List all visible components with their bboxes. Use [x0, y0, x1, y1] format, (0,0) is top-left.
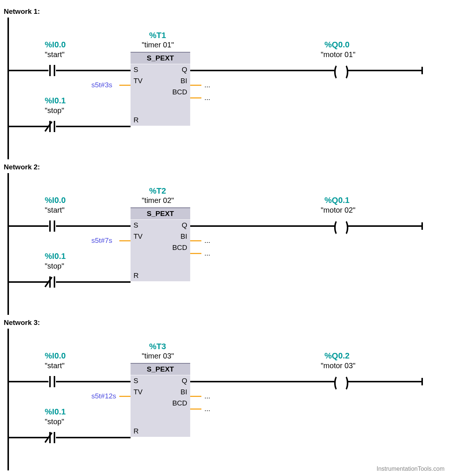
param-wire — [190, 85, 201, 86]
wire — [63, 126, 131, 127]
wire — [9, 126, 41, 127]
coil-name: "motor 02" — [321, 206, 355, 214]
nc-contact-stop — [41, 430, 63, 445]
timer-type: S_PEXT — [131, 208, 190, 220]
network: %I0.0"start"%T3"timer 03"S_PEXTSQTVBIBCD… — [4, 329, 452, 470]
unconnected-dots: ... — [204, 81, 210, 89]
nc-contact-stop — [41, 119, 63, 134]
param-wire — [119, 240, 131, 241]
pin-r: R — [134, 116, 139, 124]
param-wire — [190, 253, 201, 254]
output-coil — [328, 63, 354, 78]
power-rail — [7, 18, 9, 159]
network: %I0.0"start"%T2"timer 02"S_PEXTSQTVBIBCD… — [4, 173, 452, 315]
start-addr: %I0.0 — [45, 351, 66, 361]
wire — [190, 381, 328, 382]
nc-contact-stop — [41, 275, 63, 289]
tv-value: s5t#7s — [91, 237, 112, 245]
timer-addr: %T3 — [149, 342, 166, 351]
timer-name: "timer 02" — [142, 196, 174, 205]
pin-s: S — [134, 221, 138, 229]
start-name: "start" — [45, 361, 65, 370]
timer-name: "timer 01" — [142, 41, 174, 49]
wire — [190, 70, 328, 71]
no-contact-start — [41, 63, 63, 78]
timer-addr: %T1 — [149, 31, 166, 40]
param-wire — [190, 240, 201, 241]
coil-addr: %Q0.0 — [324, 40, 349, 50]
stop-addr: %I0.1 — [45, 251, 66, 261]
wire — [9, 381, 41, 382]
tv-value: s5t#12s — [91, 392, 116, 400]
pin-bi: BI — [181, 388, 187, 396]
wire — [63, 281, 131, 283]
output-coil — [328, 374, 354, 389]
wire — [63, 381, 131, 382]
start-name: "start" — [45, 50, 65, 59]
unconnected-dots: ... — [204, 249, 210, 257]
timer-block: S_PEXTSQTVBIBCDR — [131, 207, 190, 281]
param-wire — [119, 396, 131, 397]
start-addr: %I0.0 — [45, 195, 66, 205]
coil-addr: %Q0.2 — [324, 351, 349, 361]
wire — [354, 225, 421, 227]
wire — [63, 70, 131, 71]
no-contact-start — [41, 374, 63, 389]
timer-name: "timer 03" — [142, 352, 174, 360]
coil-addr: %Q0.1 — [324, 195, 349, 205]
stop-name: "stop" — [45, 262, 64, 270]
wire — [9, 281, 41, 283]
wire — [9, 70, 41, 71]
wire — [63, 225, 131, 227]
pin-s: S — [134, 66, 138, 74]
stop-addr: %I0.1 — [45, 407, 66, 417]
start-addr: %I0.0 — [45, 40, 66, 50]
pin-bcd: BCD — [172, 88, 187, 96]
wire — [9, 225, 41, 227]
param-wire — [119, 85, 131, 86]
timer-block: S_PEXTSQTVBIBCDR — [131, 363, 190, 437]
stop-name: "stop" — [45, 417, 64, 426]
pin-bi: BI — [181, 77, 187, 85]
stop-addr: %I0.1 — [45, 96, 66, 106]
unconnected-dots: ... — [204, 392, 210, 400]
timer-type: S_PEXT — [131, 53, 190, 64]
timer-type: S_PEXT — [131, 364, 190, 375]
pin-bi: BI — [181, 232, 187, 241]
pin-s: S — [134, 377, 138, 385]
pin-r: R — [134, 272, 139, 280]
wire — [9, 437, 41, 438]
network: %I0.0"start"%T1"timer 01"S_PEXTSQTVBIBCD… — [4, 18, 452, 159]
power-rail — [7, 329, 9, 470]
timer-addr: %T2 — [149, 186, 166, 196]
start-name: "start" — [45, 206, 65, 214]
param-wire — [190, 408, 201, 410]
rung-terminator — [421, 67, 423, 74]
unconnected-dots: ... — [204, 237, 210, 245]
no-contact-start — [41, 219, 63, 234]
pin-tv: TV — [134, 232, 142, 241]
tv-value: s5t#3s — [91, 81, 112, 89]
pin-r: R — [134, 427, 139, 435]
pin-bcd: BCD — [172, 244, 187, 252]
rung-terminator — [421, 222, 423, 230]
coil-name: "motor 01" — [321, 50, 355, 59]
pin-q: Q — [182, 377, 187, 385]
pin-q: Q — [182, 66, 187, 74]
wire — [354, 70, 421, 71]
wire — [354, 381, 421, 382]
pin-tv: TV — [134, 388, 142, 396]
pin-q: Q — [182, 221, 187, 229]
coil-name: "motor 03" — [321, 361, 355, 370]
footer-credit: InstrumentationTools.com — [377, 466, 445, 472]
wire — [63, 437, 131, 438]
power-rail — [7, 173, 9, 315]
rung-terminator — [421, 378, 423, 385]
param-wire — [190, 396, 201, 397]
network-title: Network 1: — [4, 7, 452, 16]
wire — [190, 225, 328, 227]
param-wire — [190, 97, 201, 98]
unconnected-dots: ... — [204, 405, 210, 413]
network-title: Network 3: — [4, 319, 452, 327]
pin-bcd: BCD — [172, 399, 187, 407]
